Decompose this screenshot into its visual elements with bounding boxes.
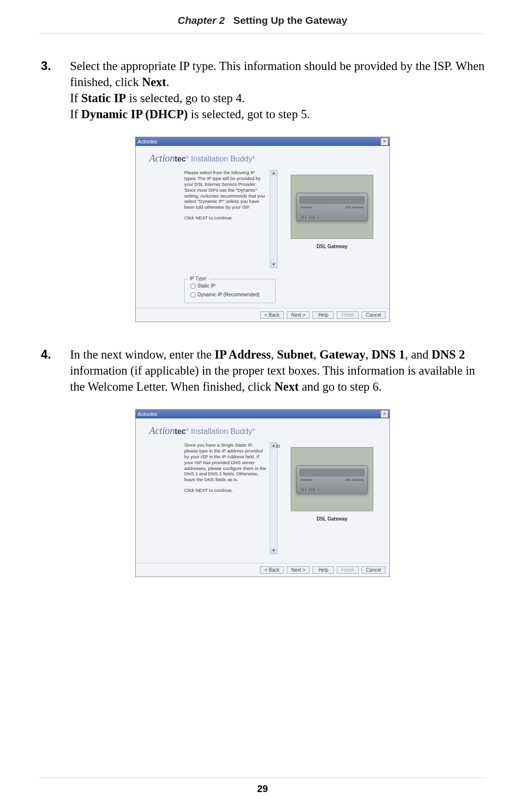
titlebar-label: Actiontec bbox=[138, 139, 158, 144]
titlebar[interactable]: Actiontec × bbox=[136, 410, 389, 418]
scrollbar[interactable]: ▲ ▼ bbox=[270, 442, 278, 554]
brand-heading: Actiontec® Installation Buddy® bbox=[136, 418, 389, 440]
scroll-down-icon[interactable]: ▼ bbox=[271, 548, 277, 554]
scroll-down-icon[interactable]: ▼ bbox=[271, 262, 277, 268]
wizard-button-bar: < Back Next > Help Finish Cancel bbox=[136, 308, 389, 322]
titlebar-label: Actiontec bbox=[138, 412, 158, 417]
instruction-text: Since you have a Single Static IP, pleas… bbox=[184, 442, 270, 559]
scroll-up-icon[interactable]: ▲ bbox=[271, 170, 277, 176]
dynamic-ip-option[interactable]: Dynamic IP (Recommended) bbox=[189, 291, 271, 299]
next-button[interactable]: Next > bbox=[287, 311, 310, 319]
step-number: 4. bbox=[39, 346, 70, 395]
help-button[interactable]: Help bbox=[313, 311, 334, 319]
device-caption: DSL Gateway bbox=[316, 516, 348, 522]
device-brand: Actiontec bbox=[300, 478, 313, 481]
chapter-label: Chapter 2 bbox=[178, 15, 225, 26]
cut-off-label: St bbox=[276, 443, 280, 449]
footer-rule bbox=[39, 777, 486, 778]
static-ip-checkbox[interactable] bbox=[191, 284, 195, 289]
dynamic-ip-checkbox[interactable] bbox=[191, 292, 195, 297]
step-4: 4. In the next window, enter the IP Addr… bbox=[39, 346, 486, 395]
device-photo: Actiontec DSL Gateway ||| |||| | bbox=[291, 447, 373, 511]
step-3: 3. Select the appropriate IP type. This … bbox=[39, 58, 486, 122]
page-header: Chapter 2 Setting Up the Gateway bbox=[39, 15, 486, 34]
finish-button: Finish bbox=[337, 311, 359, 319]
cancel-button[interactable]: Cancel bbox=[362, 311, 385, 319]
device-leds: ||| |||| | bbox=[301, 487, 320, 491]
page-number: 29 bbox=[0, 783, 525, 794]
cancel-button[interactable]: Cancel bbox=[362, 566, 385, 574]
ip-type-legend: IP Type: bbox=[188, 276, 209, 281]
wizard-window-staticip: Actiontec × Actiontec® Installation Budd… bbox=[135, 409, 390, 577]
next-button[interactable]: Next > bbox=[287, 566, 310, 574]
step-number: 3. bbox=[39, 58, 70, 122]
scrollbar[interactable]: ▲ ▼ bbox=[270, 170, 278, 268]
device-brand: Actiontec bbox=[300, 206, 313, 209]
device-model: DSL Gateway bbox=[346, 206, 364, 209]
device-photo: Actiontec DSL Gateway ||| |||| | bbox=[291, 175, 373, 239]
back-button[interactable]: < Back bbox=[260, 311, 284, 319]
device-caption: DSL Gateway bbox=[316, 244, 348, 249]
help-button[interactable]: Help bbox=[313, 566, 334, 574]
close-icon[interactable]: × bbox=[381, 138, 388, 145]
close-icon[interactable]: × bbox=[381, 410, 388, 418]
step-body: Select the appropriate IP type. This inf… bbox=[70, 58, 486, 122]
wizard-window-iptype: Actiontec × Actiontec® Installation Budd… bbox=[135, 137, 390, 322]
step-body: In the next window, enter the IP Address… bbox=[70, 346, 486, 395]
chapter-title: Setting Up the Gateway bbox=[233, 15, 348, 26]
titlebar[interactable]: Actiontec × bbox=[136, 137, 389, 146]
static-ip-option[interactable]: Static IP bbox=[189, 282, 271, 290]
back-button[interactable]: < Back bbox=[260, 566, 284, 574]
device-model: DSL Gateway bbox=[346, 478, 364, 481]
wizard-button-bar: < Back Next > Help Finish Cancel bbox=[136, 563, 389, 577]
instruction-text: Please select from the following IP type… bbox=[184, 170, 270, 272]
ip-type-group: IP Type: Static IP Dynamic IP (Recommend… bbox=[184, 279, 276, 303]
device-leds: ||| |||| | bbox=[301, 215, 320, 218]
finish-button: Finish bbox=[337, 566, 359, 574]
brand-heading: Actiontec® Installation Buddy® bbox=[136, 146, 389, 168]
